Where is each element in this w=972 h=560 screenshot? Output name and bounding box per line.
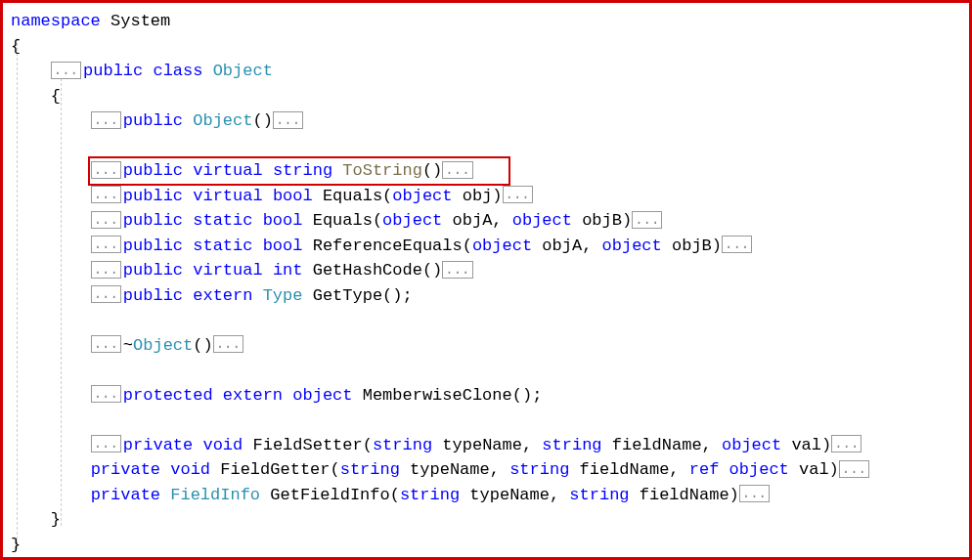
brace-open-class: { [11, 84, 961, 109]
brace-close-ns: } [11, 533, 961, 558]
collapse-icon[interactable]: ... [831, 435, 862, 452]
line-equals1: ...public virtual bool Equals(object obj… [11, 184, 961, 209]
line-tostring: ...public virtual string ToString()... [11, 158, 961, 184]
line-namespace: namespace System [11, 9, 961, 34]
collapse-icon[interactable]: ... [503, 186, 533, 203]
brace-open-ns: { [11, 34, 961, 60]
line-gethash: ...public virtual int GetHashCode()... [11, 258, 961, 283]
line-fieldgetter: private void FieldGetter(string typeName… [11, 457, 961, 483]
collapse-icon[interactable]: ... [213, 335, 243, 353]
collapse-icon[interactable]: ... [91, 435, 121, 452]
collapse-icon[interactable]: ... [442, 261, 472, 279]
brace-close-class: } [11, 507, 961, 533]
code-viewport: namespace System { ...public class Objec… [0, 0, 972, 560]
collapse-icon[interactable]: ... [91, 211, 121, 229]
collapse-icon[interactable]: ... [51, 62, 81, 79]
line-ctor: ...public Object()... [11, 108, 961, 134]
collapse-icon[interactable]: ... [273, 111, 303, 129]
collapse-icon[interactable]: ... [91, 111, 121, 129]
collapse-icon[interactable]: ... [91, 161, 121, 179]
collapse-icon[interactable]: ... [632, 211, 662, 229]
line-class: ...public class Object [11, 59, 961, 84]
kw-namespace: namespace [11, 12, 101, 30]
collapse-icon[interactable]: ... [91, 186, 121, 203]
collapse-icon[interactable]: ... [91, 285, 121, 303]
collapse-icon[interactable]: ... [91, 335, 121, 353]
collapse-icon[interactable]: ... [722, 236, 752, 253]
collapse-icon[interactable]: ... [839, 460, 869, 478]
blank-2 [11, 308, 961, 333]
collapse-icon[interactable]: ... [91, 261, 121, 279]
blank-1 [11, 134, 961, 159]
collapse-icon[interactable]: ... [91, 385, 121, 403]
collapse-icon[interactable]: ... [739, 485, 770, 502]
line-dtor: ...~Object()... [11, 333, 961, 359]
line-equals2: ...public static bool Equals(object objA… [11, 208, 961, 234]
blank-3 [11, 358, 961, 383]
line-fieldsetter: ...private void FieldSetter(string typeN… [11, 433, 961, 458]
line-gettype: ...public extern Type GetType(); [11, 283, 961, 309]
ns-name: System [110, 12, 170, 30]
line-refeq: ...public static bool ReferenceEquals(ob… [11, 234, 961, 259]
collapse-icon[interactable]: ... [91, 236, 121, 253]
line-getfieldinfo: private FieldInfo GetFieldInfo(string ty… [11, 483, 961, 508]
line-memberwise: ...protected extern object MemberwiseClo… [11, 383, 961, 409]
class-name: Object [213, 62, 273, 80]
blank-4 [11, 408, 961, 433]
kw-class-mods: public class [83, 62, 202, 80]
collapse-icon[interactable]: ... [442, 161, 472, 179]
